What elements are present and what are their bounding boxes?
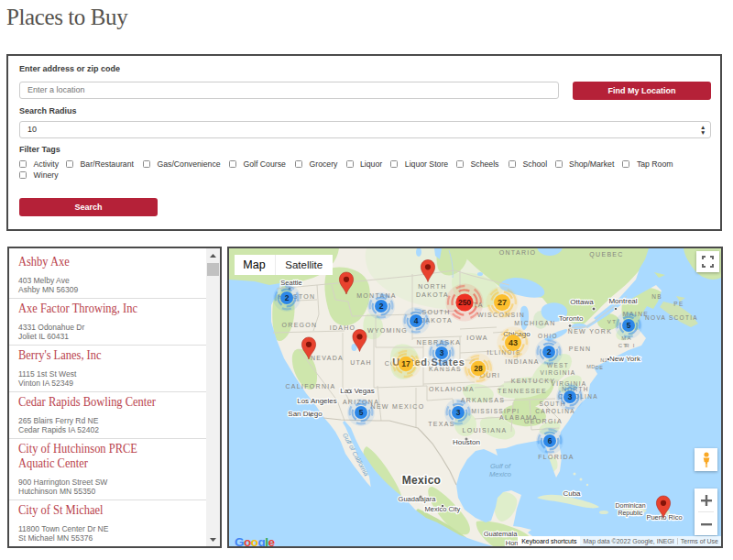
svg-text:Los Angeles: Los Angeles bbox=[297, 397, 337, 405]
svg-text:NEW MEXICO: NEW MEXICO bbox=[371, 403, 425, 410]
svg-text:NORTH: NORTH bbox=[418, 283, 446, 290]
svg-text:Guadalajara: Guadalajara bbox=[399, 495, 437, 503]
svg-text:IOWA: IOWA bbox=[466, 335, 488, 341]
svg-text:43: 43 bbox=[509, 338, 518, 347]
svg-text:R I: R I bbox=[625, 343, 636, 348]
svg-text:QUEBEC: QUEBEC bbox=[589, 251, 623, 258]
svg-text:DE: DE bbox=[596, 365, 604, 370]
svg-text:Montreal: Montreal bbox=[608, 297, 637, 305]
svg-text:MICHIGAN: MICHIGAN bbox=[514, 320, 555, 326]
svg-text:LOUISIANA: LOUISIANA bbox=[462, 427, 507, 434]
svg-text:TENNESSEE: TENNESSEE bbox=[498, 388, 547, 394]
svg-text:INDIANA: INDIANA bbox=[505, 358, 540, 365]
svg-text:NOVA SCOTIA: NOVA SCOTIA bbox=[645, 314, 698, 321]
svg-text:Republic: Republic bbox=[618, 510, 643, 517]
svg-text:PE: PE bbox=[673, 301, 684, 307]
svg-text:OKLAHOMA: OKLAHOMA bbox=[429, 386, 475, 392]
svg-text:CALIFORNIA: CALIFORNIA bbox=[285, 383, 335, 390]
svg-text:27: 27 bbox=[498, 298, 507, 307]
svg-text:NEW YORK: NEW YORK bbox=[568, 328, 612, 335]
svg-text:Cuba: Cuba bbox=[563, 489, 581, 498]
svg-text:Dominican: Dominican bbox=[615, 502, 645, 509]
svg-text:Toronto: Toronto bbox=[559, 314, 584, 323]
svg-text:VIRGINIA: VIRGINIA bbox=[541, 369, 576, 376]
svg-text:28: 28 bbox=[474, 364, 483, 373]
svg-text:Guatemala: Guatemala bbox=[484, 530, 519, 538]
svg-text:17: 17 bbox=[401, 359, 410, 368]
svg-text:New York: New York bbox=[609, 355, 641, 363]
svg-text:KENTUCKY: KENTUCKY bbox=[511, 378, 556, 384]
svg-text:5: 5 bbox=[627, 321, 631, 330]
svg-text:MD: MD bbox=[586, 364, 596, 369]
svg-text:WYOMING: WYOMING bbox=[367, 327, 408, 334]
svg-text:GEORGIA: GEORGIA bbox=[524, 418, 563, 424]
svg-text:NB: NB bbox=[651, 293, 662, 300]
svg-text:2: 2 bbox=[379, 302, 384, 311]
svg-text:Ottawa: Ottawa bbox=[570, 298, 594, 306]
svg-text:PENN: PENN bbox=[569, 346, 592, 352]
svg-text:Las Vegas: Las Vegas bbox=[340, 387, 374, 395]
svg-text:6: 6 bbox=[548, 436, 552, 445]
svg-text:3: 3 bbox=[568, 392, 573, 401]
svg-text:Gulf of: Gulf of bbox=[490, 462, 511, 470]
svg-text:250: 250 bbox=[458, 298, 471, 307]
svg-text:IDAHO: IDAHO bbox=[330, 324, 356, 331]
svg-text:2: 2 bbox=[285, 293, 290, 302]
svg-text:San Diego: San Diego bbox=[288, 410, 323, 418]
svg-text:DAKOTA: DAKOTA bbox=[416, 291, 449, 298]
svg-text:Mexico: Mexico bbox=[402, 474, 441, 487]
svg-text:ONTARIO: ONTARIO bbox=[499, 249, 536, 256]
svg-text:4: 4 bbox=[414, 316, 419, 325]
svg-text:2: 2 bbox=[547, 347, 552, 357]
svg-text:FLORIDA: FLORIDA bbox=[538, 454, 574, 460]
svg-text:MISSISSIPPI: MISSISSIPPI bbox=[472, 408, 520, 414]
svg-text:OREGON: OREGON bbox=[282, 322, 318, 328]
svg-text:3: 3 bbox=[456, 408, 461, 417]
svg-text:OHIO: OHIO bbox=[538, 333, 558, 339]
svg-text:NEVADA: NEVADA bbox=[311, 355, 344, 361]
svg-text:Mexico: Mexico bbox=[489, 470, 511, 478]
svg-text:5: 5 bbox=[359, 408, 364, 417]
svg-text:NJ: NJ bbox=[600, 357, 607, 363]
svg-text:3: 3 bbox=[440, 348, 444, 357]
svg-text:UTAH: UTAH bbox=[350, 359, 372, 366]
